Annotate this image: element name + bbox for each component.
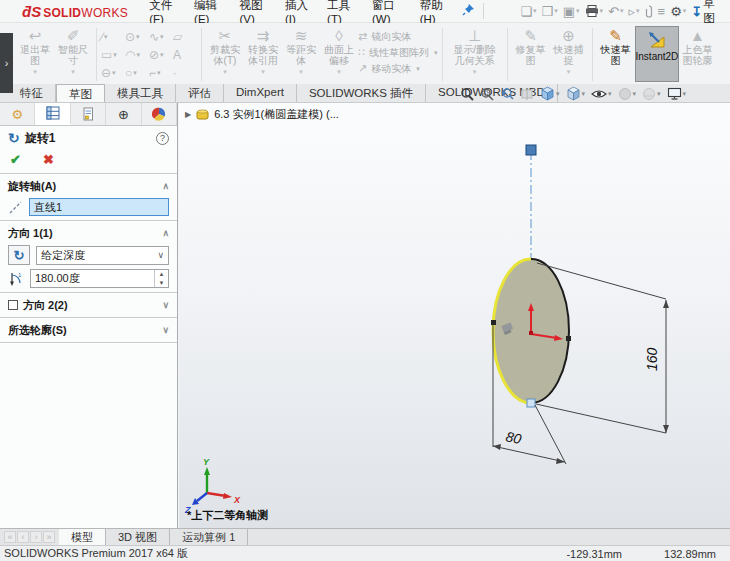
previous-view-button[interactable] [500,87,514,101]
axis-top-handle[interactable] [526,145,536,155]
tab-model[interactable]: 模型 [59,529,106,545]
open-document-button[interactable]: ❒▾ [541,4,559,19]
view-orientation-button[interactable]: ▾ [540,86,560,101]
apply-scene-button[interactable]: ▾ [642,87,661,101]
offset-entities-button[interactable]: ≋ 等距实 体▾ [282,26,320,78]
surface-offset-button[interactable]: ◊ 曲面上 偏移▾ [320,26,358,78]
zoom-fit-button[interactable] [460,87,474,101]
quick-snaps-button[interactable]: ⊕ 快速捕 捉▾ [550,26,588,78]
tab-sw-addins[interactable]: SOLIDWORKS 插件 [297,84,426,102]
expand-icon[interactable]: ∨ [162,325,169,335]
ellipse-tool-button[interactable]: ⊘▾ [149,46,173,64]
rebuild-button[interactable]: ↧ [690,4,703,19]
new-document-button[interactable]: ❏▾ [519,4,537,19]
prev-tab-icon[interactable]: ‹ [17,531,29,543]
dimension-80-text[interactable]: 80 [504,428,523,447]
edit-appearance-button[interactable]: ▾ [618,87,637,101]
slot-tool-button[interactable]: ⊖▾ [101,64,125,82]
instant2d-icon [648,31,666,49]
tab-evaluate[interactable]: 评估 [176,84,224,102]
solidworks-logo: ƌS SOLID WORKS [22,3,128,20]
point-tool-button[interactable]: ∙ [173,64,197,82]
spin-down-icon[interactable]: ▼ [155,279,168,288]
zoom-area-button[interactable] [480,87,494,101]
print-button[interactable]: ▾ [584,5,605,17]
display-delete-relations-button[interactable]: ⊥ 显示/删除 几何关系▾ [447,26,503,78]
configurationmanager-tab[interactable] [71,103,106,125]
smart-dimension-button[interactable]: ✐ 智能尺 寸 ▾ [54,26,92,78]
plane-tool-button[interactable]: ▱ [173,28,197,46]
trim-entities-button[interactable]: ✂ 剪裁实 体(T)▾ [206,26,244,78]
help-icon[interactable]: ? [156,132,169,145]
direction1-group-header[interactable]: 方向 1(1) ∧ [0,223,177,243]
spline-tool-button[interactable]: ∿▾ [149,28,173,46]
expand-icon[interactable]: ∨ [162,300,169,310]
last-tab-icon[interactable]: » [43,531,55,543]
axis-bottom-handle[interactable] [527,399,535,407]
dimension-160-text[interactable]: 160 [644,347,660,371]
rectangle-tool-button[interactable]: ▭▾ [101,46,125,64]
cancel-button[interactable]: ✖ [43,152,54,167]
tab-3d-views[interactable]: 3D 视图 [106,529,170,545]
propertymanager-tab[interactable] [35,103,70,125]
flyout-feature-tree[interactable]: ▶ 6.3 实例1(椭圆盖建模) (... [185,107,339,122]
tab-mold-tools[interactable]: 模具工具 [105,84,176,102]
exit-sketch-button[interactable]: ↩ 退出草 图 ▾ [16,26,54,78]
display-style-button[interactable]: ▾ [566,86,586,101]
options-button[interactable]: ⚙▾ [669,4,687,19]
ellipse-left-point[interactable] [491,320,496,325]
convert-entities-button[interactable]: ⇉ 转换实 体引用▾ [244,26,282,78]
first-tab-icon[interactable]: « [4,531,16,543]
panel-expand-strip[interactable]: › [0,33,13,93]
linear-pattern-button[interactable]: ∷ 线性草图阵列▾ [358,45,438,60]
attachments-button[interactable] [644,5,654,18]
displaymanager-tab[interactable] [142,103,177,125]
shaded-sketch-contours-button[interactable]: ▲ 上色草 图轮廓 [679,26,717,66]
ellipse-right-point[interactable] [566,336,571,341]
reverse-direction-button[interactable]: ↻ [8,245,30,265]
document-name[interactable]: 6.3 实例1(椭圆盖建模) (... [214,107,339,122]
text-tool-button[interactable]: A [173,46,197,64]
spinner-arrows[interactable]: ▲▼ [154,270,168,287]
polygon-tool-button[interactable]: ○▾ [125,64,149,82]
angle-input[interactable]: 180.00度 ▲▼ [30,269,169,288]
axis-selection-box[interactable]: 直线1 [29,198,169,216]
next-tab-icon[interactable]: › [30,531,42,543]
repair-sketch-button[interactable]: ✎ 修复草 图 [512,26,550,66]
undo-button[interactable]: ↶▾ [607,4,624,19]
expand-tree-icon[interactable]: ▶ [185,110,191,119]
tab-features[interactable]: 特征 [8,84,56,102]
tab-sketch[interactable]: 草图 [56,84,105,102]
dimxpertmanager-tab[interactable]: ⊕ [106,103,141,125]
tab-dimxpert[interactable]: DimXpert [224,84,297,102]
fillet-tool-button[interactable]: ⌐▾ [149,64,173,82]
offset-entities-icon: ≋ [282,28,320,44]
view-settings-button[interactable]: ▾ [667,87,687,100]
tab-motion-study[interactable]: 运动算例 1 [170,529,248,545]
rapid-sketch-button[interactable]: ✎ 快速草 图 [597,26,635,66]
end-condition-dropdown[interactable]: 给定深度 ∨ [36,246,169,265]
arc-tool-button[interactable]: ◠▾ [125,46,149,64]
move-entities-button[interactable]: ↗ 移动实体▾ [358,61,438,76]
pin-menu-icon[interactable] [462,2,475,20]
featuremanager-tab[interactable]: ⚙ [0,103,35,125]
graphics-viewport[interactable]: 160 80 Y X Z [179,103,730,528]
part-icon [196,108,209,121]
axis-group-header[interactable]: 旋转轴(A) ∧ [0,176,177,196]
feature-list-button[interactable]: ≡ [657,4,667,19]
ok-button[interactable]: ✔ [10,152,21,167]
circle-tool-button[interactable]: ⊙▾ [125,28,149,46]
select-button[interactable]: ▹▾ [628,4,641,19]
collapse-icon[interactable]: ∧ [162,228,169,238]
direction2-checkbox[interactable] [8,300,18,310]
line-tool-button[interactable]: ∕▾ [101,28,125,46]
selected-contours-group-header[interactable]: 所选轮廓(S) ∨ [0,320,177,340]
collapse-icon[interactable]: ∧ [162,181,169,191]
hide-show-items-button[interactable]: ▾ [591,88,612,100]
mirror-entities-button[interactable]: ⇄ 镜向实体 [358,29,438,44]
direction2-group-header[interactable]: 方向 2(2) ∨ [0,295,177,315]
spin-up-icon[interactable]: ▲ [155,270,168,279]
section-view-button[interactable] [520,87,534,101]
save-button[interactable]: ▣▾ [562,4,581,19]
instant2d-toggle[interactable]: Instant2D [635,26,679,82]
